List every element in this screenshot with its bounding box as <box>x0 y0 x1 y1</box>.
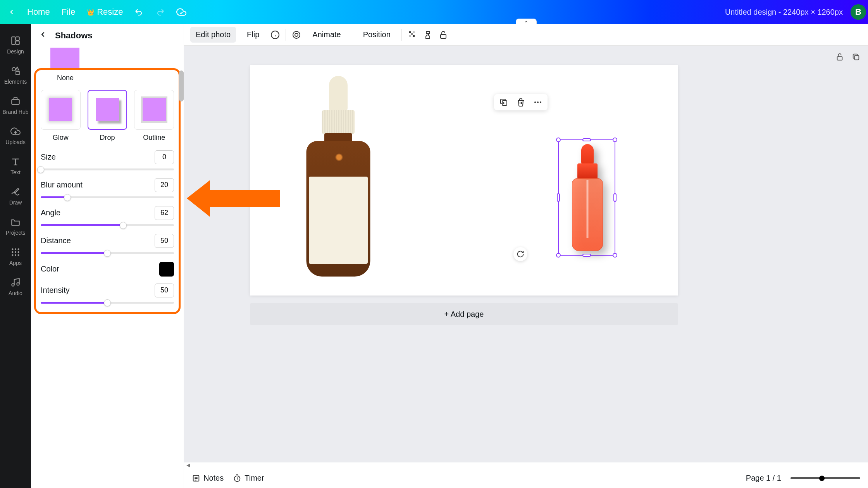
resize-handle-tr[interactable] <box>613 137 617 142</box>
redo-icon[interactable] <box>155 7 165 17</box>
info-icon[interactable] <box>270 30 280 40</box>
resize-handle-b[interactable] <box>582 254 591 257</box>
avatar[interactable]: B <box>851 4 866 20</box>
size-slider[interactable] <box>41 168 174 171</box>
svg-rect-25 <box>441 34 446 38</box>
rail-projects[interactable]: Projects <box>0 211 31 241</box>
rail-audio[interactable]: Audio <box>0 271 31 302</box>
duplicate-icon[interactable] <box>499 97 509 107</box>
svg-point-14 <box>17 254 19 256</box>
angle-input[interactable] <box>155 206 174 220</box>
bottle-image-brown[interactable] <box>306 76 370 281</box>
animate-button[interactable]: Animate <box>307 27 346 43</box>
intensity-input[interactable] <box>155 284 174 297</box>
shadow-option-drop[interactable]: Drop <box>88 90 127 142</box>
floating-toolbar <box>494 94 548 110</box>
refresh-badge[interactable] <box>513 247 527 261</box>
resize-handle-br[interactable] <box>613 253 617 258</box>
svg-point-13 <box>15 254 16 256</box>
rail-elements[interactable]: Elements <box>0 60 31 90</box>
size-input[interactable] <box>155 150 174 164</box>
footer-collapse-toggle[interactable] <box>516 19 537 24</box>
resize-handle-bl[interactable] <box>556 253 561 258</box>
rail-text[interactable]: Text <box>0 151 31 181</box>
resize-handle-l[interactable] <box>557 193 560 202</box>
panel-scrollbar[interactable] <box>179 70 184 101</box>
more-icon[interactable] <box>533 97 543 107</box>
svg-point-10 <box>15 251 16 253</box>
distance-input[interactable] <box>155 234 174 248</box>
shadow-option-glow[interactable]: Glow <box>41 90 81 142</box>
page-lock-icon[interactable] <box>835 52 845 62</box>
svg-rect-1 <box>16 37 19 40</box>
svg-point-31 <box>540 101 541 103</box>
timer-button[interactable]: Timer <box>233 474 264 483</box>
resize-handle-r[interactable] <box>613 193 617 202</box>
svg-point-8 <box>17 248 19 250</box>
panel-title: Shadows <box>55 31 93 41</box>
add-page-button[interactable]: + Add page <box>250 303 678 325</box>
shadow-option-outline[interactable]: Outline <box>134 90 174 142</box>
svg-point-30 <box>537 101 539 103</box>
notes-button[interactable]: Notes <box>192 474 224 483</box>
page-indicator[interactable]: Page 1 / 1 <box>746 474 781 483</box>
rail-draw[interactable]: Draw <box>0 181 31 211</box>
selection-box[interactable] <box>558 139 615 256</box>
canvas-area: Edit photo Flip Animate Position <box>184 24 868 488</box>
rail-uploads[interactable]: Uploads <box>0 120 31 151</box>
blur-slider[interactable] <box>41 196 174 199</box>
svg-point-19 <box>295 33 298 36</box>
file-menu[interactable]: File <box>62 7 75 17</box>
zoom-slider[interactable] <box>790 477 860 479</box>
rail-design[interactable]: Design <box>0 30 31 60</box>
svg-rect-2 <box>16 41 19 45</box>
svg-rect-26 <box>837 57 842 60</box>
transparency-icon[interactable] <box>407 30 417 40</box>
side-panel: Shadows None Glow Drop Outline <box>31 24 184 488</box>
distance-slider[interactable] <box>41 252 174 255</box>
bottle-image-red[interactable] <box>571 144 604 253</box>
svg-point-6 <box>12 248 13 250</box>
svg-point-29 <box>534 101 536 103</box>
svg-point-12 <box>12 254 13 256</box>
svg-rect-4 <box>16 71 19 75</box>
resize-handle-tl[interactable] <box>556 137 561 142</box>
svg-point-15 <box>12 284 14 286</box>
home-link[interactable]: Home <box>27 7 50 17</box>
duplicate-page-icon[interactable] <box>851 52 861 62</box>
lock-icon[interactable] <box>438 30 448 40</box>
annotation-highlight-box: None Glow Drop Outline Size <box>34 68 181 314</box>
delete-icon[interactable] <box>516 97 526 107</box>
copy-style-icon[interactable] <box>423 30 433 40</box>
control-blur: Blur amount <box>41 178 174 199</box>
back-icon[interactable] <box>8 8 16 16</box>
color-swatch[interactable] <box>159 262 174 277</box>
control-distance: Distance <box>41 234 174 255</box>
intensity-slider[interactable] <box>41 301 174 304</box>
document-title[interactable]: Untitled design - 868px × 488px <box>725 8 843 17</box>
angle-slider[interactable] <box>41 224 174 227</box>
position-button[interactable]: Position <box>358 27 396 43</box>
blur-input[interactable] <box>155 178 174 192</box>
control-intensity: Intensity <box>41 284 174 304</box>
shadow-none-thumb[interactable] <box>50 48 79 69</box>
resize-handle-t[interactable] <box>582 138 591 141</box>
undo-icon[interactable] <box>134 7 144 17</box>
horizontal-scrollbar[interactable]: ◀ <box>184 462 868 468</box>
svg-rect-5 <box>12 100 19 105</box>
svg-rect-20 <box>409 31 411 33</box>
canvas-page[interactable] <box>250 65 678 296</box>
svg-point-11 <box>17 251 19 253</box>
rail-brand-hub[interactable]: Brand Hub <box>0 90 31 120</box>
panel-back-button[interactable] <box>39 30 47 41</box>
flip-button[interactable]: Flip <box>241 27 265 43</box>
edit-photo-button[interactable]: Edit photo <box>190 27 236 43</box>
svg-rect-27 <box>854 55 859 60</box>
rail-apps[interactable]: Apps <box>0 241 31 271</box>
resize-menu[interactable]: 👑Resize <box>87 7 123 17</box>
cloud-sync-icon[interactable] <box>176 7 186 17</box>
control-angle: Angle <box>41 206 174 227</box>
canvas-viewport[interactable]: + Add page <box>184 46 868 462</box>
control-size: Size <box>41 150 174 171</box>
control-color: Color <box>41 262 174 277</box>
